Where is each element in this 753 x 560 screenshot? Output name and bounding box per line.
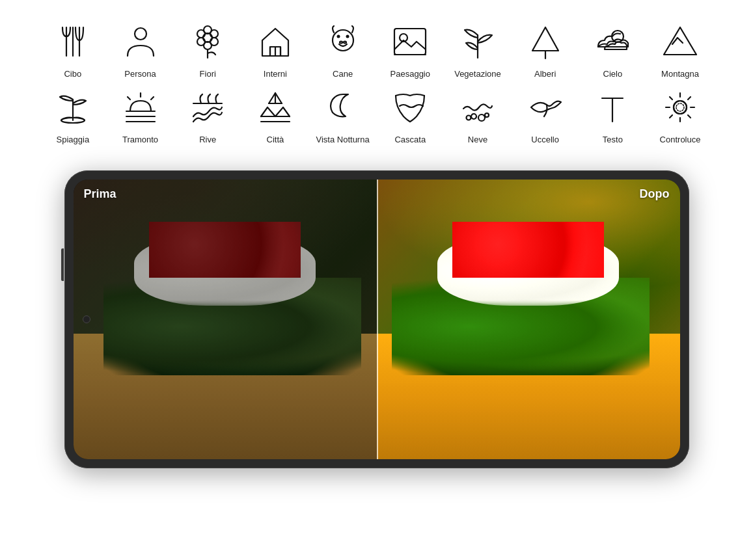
phone-screen: Prima Dopo — [74, 180, 680, 459]
alberi-label: Alberi — [534, 69, 556, 79]
before-image — [74, 180, 377, 459]
icon-item-cibo[interactable]: Cibo — [44, 20, 102, 79]
interni-icon — [253, 20, 297, 64]
svg-line-52 — [670, 97, 672, 100]
montagna-icon — [658, 20, 702, 64]
vista-notturna-label: Vista Notturna — [316, 135, 370, 144]
neve-label: Neve — [468, 135, 487, 144]
tramonto-icon — [118, 85, 163, 129]
fiori-label: Fiori — [200, 69, 216, 79]
svg-point-44 — [466, 116, 471, 120]
svg-point-41 — [471, 114, 476, 119]
controluce-icon — [658, 85, 702, 129]
icon-section: Cibo Persona — [0, 0, 753, 164]
icon-item-montagna[interactable]: Montagna — [651, 20, 709, 79]
neve-icon — [456, 85, 500, 129]
svg-point-6 — [210, 30, 218, 38]
vegetazione-label: Vegetazione — [454, 69, 501, 79]
svg-point-17 — [340, 42, 342, 44]
icon-item-vegetazione[interactable]: Vegetazione — [448, 20, 507, 79]
svg-point-43 — [485, 113, 489, 117]
icon-item-neve[interactable]: Neve — [448, 85, 507, 144]
rive-icon — [185, 85, 230, 129]
icon-item-citta[interactable]: Città — [246, 85, 305, 144]
icon-item-spiaggia[interactable]: Spiaggia — [44, 85, 102, 144]
spiaggia-label: Spiaggia — [57, 135, 90, 144]
svg-line-54 — [688, 97, 691, 100]
vegetazione-icon — [456, 20, 500, 64]
svg-point-57 — [676, 103, 684, 111]
persona-icon — [118, 20, 163, 64]
citta-icon — [253, 85, 297, 129]
split-compare: Prima Dopo — [74, 180, 680, 459]
svg-line-32 — [151, 97, 154, 100]
cibo-label: Cibo — [64, 69, 81, 79]
split-divider — [377, 180, 378, 459]
icon-item-tramonto[interactable]: Tramonto — [111, 85, 170, 144]
alberi-icon — [523, 20, 568, 64]
prima-label: Prima — [84, 187, 116, 201]
svg-point-14 — [333, 30, 353, 51]
svg-line-53 — [688, 115, 691, 118]
icon-item-interni[interactable]: Interni — [246, 20, 305, 79]
svg-point-10 — [197, 30, 205, 38]
cielo-label: Cielo — [603, 69, 623, 79]
svg-marker-23 — [532, 27, 558, 51]
svg-point-42 — [478, 114, 485, 121]
rive-label: Rive — [199, 135, 216, 144]
dopo-label: Dopo — [640, 187, 670, 201]
svg-point-56 — [674, 101, 687, 114]
phone-volume-button — [61, 248, 64, 281]
icon-item-cascata[interactable]: Cascata — [381, 85, 439, 144]
cielo-icon — [590, 20, 635, 64]
cibo-icon — [51, 20, 95, 64]
icon-item-persona[interactable]: Persona — [111, 20, 170, 79]
icon-item-cane[interactable]: Cane — [314, 20, 372, 79]
svg-point-9 — [197, 38, 205, 46]
testo-icon — [590, 85, 635, 129]
icon-item-vista-notturna[interactable]: Vista Notturna — [314, 85, 372, 144]
cane-icon — [321, 20, 365, 64]
front-camera — [83, 315, 90, 323]
spiaggia-icon — [51, 85, 95, 129]
paesaggio-label: Paesaggio — [390, 69, 430, 79]
icon-item-fiori[interactable]: Fiori — [178, 20, 237, 79]
svg-point-16 — [346, 35, 349, 38]
citta-label: Città — [267, 135, 284, 144]
cascata-label: Cascata — [394, 135, 426, 144]
svg-point-15 — [336, 35, 340, 38]
phone-mockup: Prima Dopo — [64, 170, 689, 468]
icon-row-1: Cibo Persona — [39, 20, 714, 79]
vista-notturna-icon — [321, 85, 365, 129]
icon-item-cielo[interactable]: Cielo — [583, 20, 642, 79]
uccello-label: Uccello — [531, 135, 559, 144]
testo-label: Testo — [603, 135, 623, 144]
montagna-label: Montagna — [661, 69, 699, 79]
cane-label: Cane — [333, 69, 353, 79]
tramonto-label: Tramonto — [122, 135, 158, 144]
controluce-label: Controluce — [660, 135, 701, 144]
svg-line-55 — [670, 115, 672, 118]
svg-line-31 — [128, 97, 130, 100]
icon-item-alberi[interactable]: Alberi — [516, 20, 575, 79]
phone-section: Prima Dopo — [0, 164, 753, 488]
svg-point-18 — [344, 42, 346, 44]
interni-label: Interni — [264, 69, 287, 79]
icon-item-testo[interactable]: Testo — [583, 85, 642, 144]
svg-rect-19 — [394, 29, 426, 55]
fiori-icon — [185, 20, 230, 64]
cascata-icon — [388, 85, 432, 129]
uccello-icon — [523, 85, 568, 129]
svg-point-3 — [135, 28, 146, 40]
persona-label: Persona — [124, 69, 156, 79]
icon-item-rive[interactable]: Rive — [178, 85, 237, 144]
after-image — [377, 180, 680, 459]
icon-item-controluce[interactable]: Controluce — [651, 85, 709, 144]
icon-item-uccello[interactable]: Uccello — [516, 85, 575, 144]
icon-item-paesaggio[interactable]: Paesaggio — [381, 20, 439, 79]
icon-row-2: Spiaggia Tramonto — [39, 85, 714, 144]
paesaggio-icon — [388, 20, 432, 64]
